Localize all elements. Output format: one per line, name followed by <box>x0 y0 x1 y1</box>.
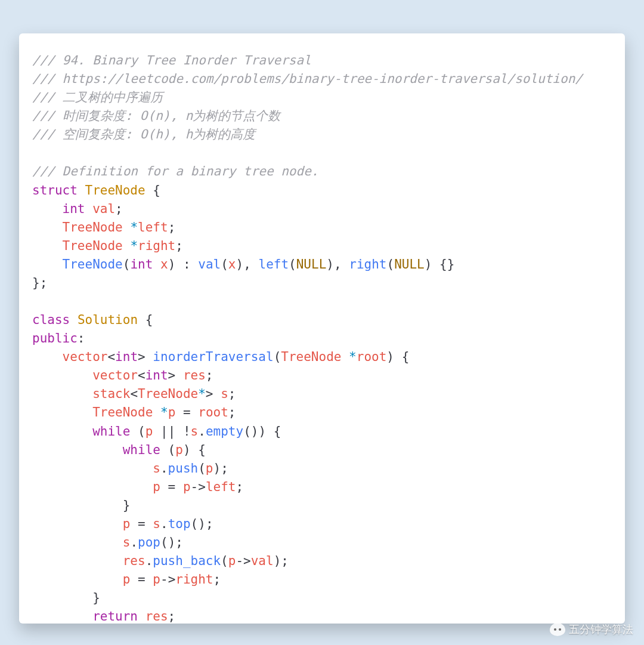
punct: ; <box>221 461 228 476</box>
type-vector: vector <box>63 350 108 364</box>
punct: ) <box>213 461 221 476</box>
punct: ( <box>289 257 296 271</box>
punct: } <box>32 276 40 290</box>
punct: = <box>168 480 176 494</box>
punct: : <box>183 257 191 271</box>
func: pop <box>138 535 160 550</box>
ident: s <box>153 517 160 531</box>
ident: p <box>228 554 236 568</box>
literal-null: NULL <box>296 257 327 271</box>
func-ctor: TreeNode <box>63 257 123 271</box>
punct: ( <box>198 461 206 476</box>
punct: } <box>92 591 100 605</box>
punct: ; <box>228 405 236 419</box>
punct: = <box>138 572 145 587</box>
punct: ) <box>183 443 191 457</box>
code-block: /// 94. Binary Tree Inorder Traversal //… <box>32 51 612 624</box>
punct-star: * <box>130 220 138 234</box>
kw-int: int <box>115 350 138 364</box>
ident: res <box>183 368 206 382</box>
punct: { <box>145 313 153 327</box>
kw-int: int <box>63 202 85 216</box>
punct: ; <box>206 517 213 531</box>
ident: right <box>138 239 175 253</box>
punct: > <box>138 350 145 364</box>
punct: . <box>145 554 153 568</box>
punct: ! <box>183 424 191 439</box>
ident: s <box>221 387 228 401</box>
punct: ; <box>115 202 123 216</box>
punct: ) <box>326 257 334 271</box>
ident: val <box>92 202 115 216</box>
punct: ( <box>138 424 145 439</box>
punct: { <box>402 350 410 364</box>
punct: ) <box>168 535 176 550</box>
kw-struct: struct <box>32 183 78 197</box>
comment-line: /// https://leetcode.com/problems/binary… <box>32 72 583 86</box>
punct: ; <box>168 220 176 234</box>
ident: p <box>183 480 191 494</box>
punct: > <box>206 387 213 401</box>
punct: ; <box>213 572 221 587</box>
wechat-icon <box>550 623 565 636</box>
func: top <box>168 517 191 531</box>
punct: , <box>243 257 251 271</box>
ident: val <box>251 554 274 568</box>
punct: -> <box>236 554 250 568</box>
punct-star: * <box>130 239 138 253</box>
func: left <box>258 257 289 271</box>
punct: ; <box>206 368 213 382</box>
punct: ) <box>258 424 266 439</box>
comment-line: /// 时间复杂度: O(n), n为树的节点个数 <box>32 109 280 123</box>
comment-line: /// 二叉树的中序遍历 <box>32 90 163 104</box>
punct: { <box>198 443 206 457</box>
punct: < <box>130 387 138 401</box>
func: push_back <box>153 554 221 568</box>
kw-return: return <box>92 609 138 624</box>
punct: ) <box>425 257 432 271</box>
kw-int: int <box>145 368 168 382</box>
comment-line: /// Definition for a binary tree node. <box>32 164 318 178</box>
punct: < <box>107 350 115 364</box>
func: push <box>168 461 199 476</box>
ident: root <box>357 350 387 364</box>
comment-line: /// 空间复杂度: O(h), h为树的高度 <box>32 127 255 141</box>
type-vector: vector <box>92 368 138 382</box>
ident: p <box>123 572 131 587</box>
punct: || <box>160 424 175 439</box>
punct: -> <box>160 572 175 587</box>
func-inorder: inorderTraversal <box>153 350 273 364</box>
ident: res <box>123 554 145 568</box>
ident: root <box>198 405 228 419</box>
ident: p <box>206 461 213 476</box>
ident: p <box>123 517 131 531</box>
func: right <box>349 257 386 271</box>
type-treenode: TreeNode <box>281 350 341 364</box>
kw-while: while <box>92 424 130 439</box>
type-treenode: TreeNode <box>138 387 198 401</box>
punct: . <box>198 424 206 439</box>
punct: ( <box>191 517 199 531</box>
punct: ( <box>243 424 251 439</box>
ident: p <box>153 480 160 494</box>
punct: . <box>160 461 168 476</box>
punct: ; <box>175 535 183 550</box>
ident: s <box>153 461 160 476</box>
punct: < <box>138 368 145 382</box>
type-solution: Solution <box>78 313 138 327</box>
punct: } <box>447 257 455 271</box>
ident: x <box>160 257 168 271</box>
ident: p <box>175 443 183 457</box>
punct-star: * <box>198 387 206 401</box>
punct: { <box>153 183 160 197</box>
punct: ( <box>386 257 394 271</box>
punct-star: * <box>349 350 357 364</box>
punct: = <box>138 517 145 531</box>
punct: ; <box>281 554 289 568</box>
literal-null: NULL <box>394 257 425 271</box>
punct: ( <box>221 554 228 568</box>
type-treenode: TreeNode <box>85 183 145 197</box>
punct: ( <box>160 535 168 550</box>
punct: { <box>439 257 447 271</box>
punct: ( <box>221 257 228 271</box>
